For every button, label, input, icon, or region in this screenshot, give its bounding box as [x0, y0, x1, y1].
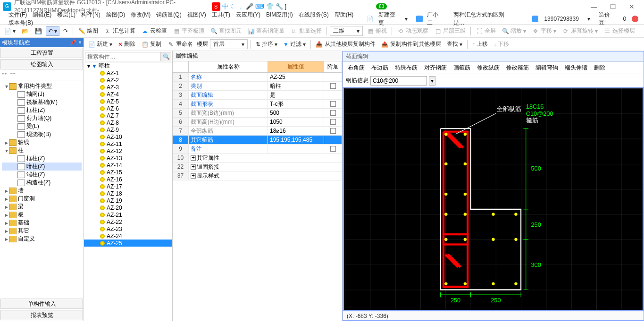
menu-item[interactable]: 编辑(E) [30, 11, 54, 18]
component-root[interactable]: ▾▼ 暗柱 [84, 62, 172, 69]
component-item[interactable]: AZ-24 [84, 232, 172, 240]
property-row[interactable]: 4截面形状T-c形 [173, 100, 342, 109]
copy-comp-button[interactable]: 📋复制 [139, 39, 163, 49]
component-item[interactable]: AZ-16 [84, 176, 172, 183]
menu-item[interactable]: 在线服务(S) [296, 11, 332, 18]
property-group[interactable]: 22+锚固搭接 [173, 163, 342, 171]
section-tab[interactable]: 修改箍筋 [503, 62, 532, 73]
new-comp-button[interactable]: 📄新建▾ [86, 39, 114, 49]
menu-item[interactable]: 钢筋量(Q) [153, 11, 184, 18]
component-tree[interactable]: ▾▼ 暗柱AZ-1AZ-2AZ-3AZ-4AZ-5AZ-6AZ-7AZ-8AZ-… [84, 62, 172, 321]
move-up-button[interactable]: ↑上移 [470, 39, 490, 49]
tree-item[interactable]: ▸轴线 [2, 138, 82, 146]
close-button[interactable]: ✕ [622, 1, 641, 12]
component-item[interactable]: AZ-9 [84, 126, 172, 133]
component-item[interactable]: AZ-6 [84, 105, 172, 112]
tree-item[interactable]: ▸梁 [2, 203, 82, 211]
component-item[interactable]: AZ-2 [84, 77, 172, 84]
tree-item[interactable]: ▾柱 [2, 146, 82, 154]
floor-select[interactable]: 首层▾ [210, 39, 248, 49]
collapse-all-icon[interactable]: ⁻⁻ [10, 71, 16, 78]
moon-icon[interactable]: ☾ [230, 3, 236, 10]
component-item[interactable]: AZ-18 [84, 190, 172, 197]
minimize-button[interactable]: — [585, 1, 603, 12]
component-item[interactable]: AZ-7 [84, 112, 172, 119]
phone-number[interactable]: 13907298339 [541, 16, 581, 22]
user-avatar[interactable]: 广小二 [413, 11, 448, 27]
tree-item[interactable]: ▸板 [2, 211, 82, 219]
section-tab[interactable]: 端头伸缩 [562, 62, 590, 73]
single-comp-button[interactable]: 单构件输入 [0, 299, 83, 309]
menu-item[interactable]: 云应用(Y) [233, 11, 263, 18]
new-change[interactable]: 📄新建变更▾ [364, 11, 413, 27]
tree-item[interactable]: ▸其它 [2, 227, 82, 235]
property-row[interactable]: 8其它箍筋195,195,195,485 [173, 136, 342, 145]
tree-item[interactable]: 轴网(J) [2, 90, 82, 98]
menu-item[interactable]: 绘图(D) [103, 11, 128, 18]
notice-link[interactable]: 两种汇总方式的区别是… [451, 11, 510, 27]
find-comp-button[interactable]: 查找▾ [445, 39, 464, 49]
component-item[interactable]: AZ-10 [84, 133, 172, 140]
tree-item[interactable]: ▸基础 [2, 219, 82, 227]
tree-item[interactable]: 框柱(Z) [2, 154, 82, 163]
notif-icon[interactable] [632, 16, 638, 22]
component-item[interactable]: AZ-20 [84, 204, 172, 211]
report-preview-button[interactable]: 报表预览 [0, 310, 83, 320]
menu-item[interactable]: 楼层(L) [54, 11, 78, 18]
open-button[interactable]: 📂 [19, 26, 31, 36]
close-panel-icon[interactable]: × [78, 39, 82, 46]
section-tab[interactable]: 布角筋 [345, 62, 368, 73]
component-item[interactable]: AZ-22 [84, 218, 172, 225]
section-tab[interactable]: 对齐钢筋 [421, 62, 450, 73]
property-row[interactable]: 5截面宽(B边)(mm)500 [173, 109, 342, 118]
component-item[interactable]: AZ-11 [84, 140, 172, 147]
menu-item[interactable]: 文件(F) [6, 11, 30, 18]
component-item[interactable]: AZ-17 [84, 183, 172, 190]
keyboard-icon[interactable]: ⌨ [255, 3, 264, 10]
menu-item[interactable]: 版本号(B) [6, 19, 36, 26]
component-item[interactable]: AZ-14 [84, 162, 172, 169]
component-item[interactable]: AZ-23 [84, 225, 172, 232]
tree-item[interactable]: 剪力墙(Q) [2, 114, 82, 122]
tree-item[interactable]: 端柱(Z) [2, 171, 82, 179]
component-item[interactable]: AZ-3 [84, 84, 172, 91]
tree-item[interactable]: 梁(L) [2, 122, 82, 130]
tree-item[interactable]: 构造柱(Z) [2, 179, 82, 187]
filter-button[interactable]: ▼过滤▾ [281, 39, 308, 49]
section-tab[interactable]: 特殊布筋 [392, 62, 420, 73]
delete-comp-button[interactable]: ✕删除 [116, 39, 137, 49]
sort-button[interactable]: ⇅排序▾ [254, 39, 279, 49]
menu-item[interactable]: 视图(V) [184, 11, 209, 18]
undo-button[interactable]: ↶ ▾ [46, 26, 59, 36]
component-item[interactable]: AZ-21 [84, 211, 172, 218]
rebar-info-input[interactable] [370, 76, 427, 86]
maximize-button[interactable]: ☐ [603, 1, 622, 12]
section-canvas[interactable]: 全部纵筋 18C16 C10@200 箍筋 500 250 300 250 25… [343, 87, 644, 311]
component-item[interactable]: AZ-5 [84, 98, 172, 105]
property-row[interactable]: 3截面编辑是 [173, 91, 342, 100]
section-tab[interactable]: 布边筋 [368, 62, 391, 73]
view-mode-select[interactable]: 二维▾ [330, 26, 363, 36]
punct-icon[interactable]: ， [238, 2, 244, 11]
search-input[interactable] [85, 52, 161, 61]
ime-lang[interactable]: 中 [222, 2, 228, 11]
tree-item[interactable]: 暗柱(Z) [2, 163, 82, 171]
rename-button[interactable]: ✎重命名 [165, 39, 195, 49]
property-row[interactable]: 1名称AZ-25 [173, 73, 342, 82]
search-button[interactable]: 🔍 [161, 52, 171, 61]
section-tab[interactable]: 编辑弯钩 [533, 62, 561, 73]
expand-all-icon[interactable]: ⁺⁺ [1, 71, 7, 78]
pin-icon[interactable]: 📌 [69, 39, 76, 46]
copy-to-floor-button[interactable]: 📤复制构件到其他楼层 [379, 39, 443, 49]
tree-item[interactable]: 现浇板(B) [2, 130, 82, 138]
section-tab[interactable]: 修改纵筋 [474, 62, 502, 73]
property-row[interactable]: 2类别暗柱 [173, 82, 342, 91]
component-item[interactable]: AZ-4 [84, 91, 172, 98]
menu-item[interactable]: 工具(T) [209, 11, 233, 18]
draw-button[interactable]: ✏️绘图 [76, 26, 100, 36]
sum-button[interactable]: Σ汇总计算 [102, 26, 137, 36]
ime-close[interactable]: ] [285, 3, 286, 10]
wrench-icon[interactable]: 🔧 [276, 3, 283, 10]
property-group[interactable]: 10+其它属性 [173, 154, 342, 163]
nav-tree[interactable]: ▾常用构件类型轴网(J)筏板基础(M)框柱(Z)剪力墙(Q)梁(L)现浇板(B)… [0, 80, 84, 298]
